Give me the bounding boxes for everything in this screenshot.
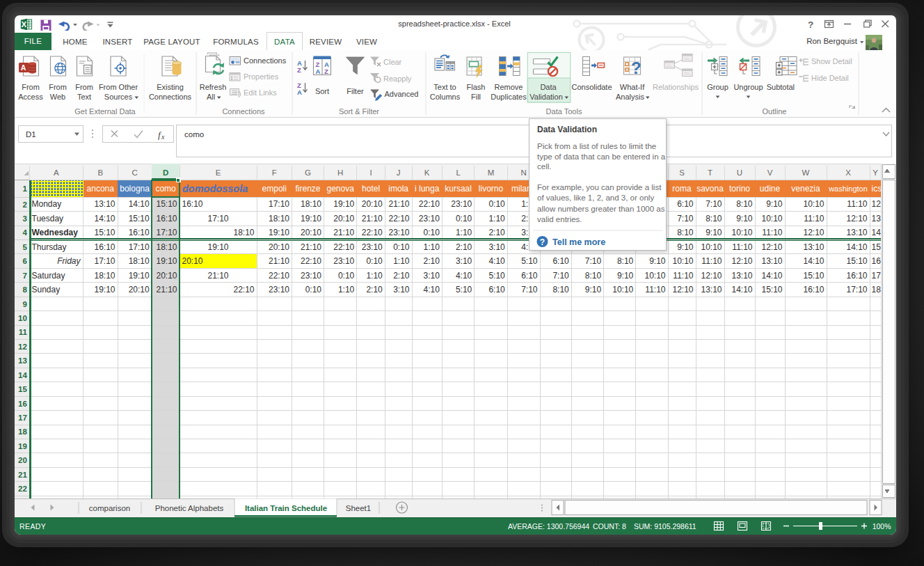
svg-text:13:10: 13:10 — [731, 271, 752, 281]
svg-text:genova: genova — [326, 184, 354, 194]
svg-text:21:10: 21:10 — [362, 214, 383, 223]
svg-text:15:10: 15:10 — [761, 285, 782, 294]
svg-text:20: 20 — [18, 456, 27, 464]
svg-text:5: 5 — [22, 243, 27, 251]
svg-text:5:10: 5:10 — [456, 285, 472, 294]
svg-text:5:10: 5:10 — [488, 271, 505, 281]
svg-text:9:10: 9:10 — [766, 199, 783, 209]
svg-text:Group: Group — [707, 83, 728, 91]
svg-text:4:10: 4:10 — [424, 285, 440, 294]
svg-text:?: ? — [631, 58, 642, 77]
svg-text:14:10: 14:10 — [846, 242, 867, 252]
svg-text:19:10: 19:10 — [333, 199, 354, 209]
svg-text:9:10: 9:10 — [706, 228, 722, 237]
svg-text:21:10: 21:10 — [388, 199, 409, 209]
svg-text:15:10: 15:10 — [846, 256, 867, 266]
svg-text:Duplicates: Duplicates — [491, 93, 527, 101]
svg-text:15: 15 — [18, 385, 27, 393]
svg-text:23:10: 23:10 — [333, 256, 354, 266]
svg-text:16:10: 16:10 — [129, 228, 150, 237]
svg-text:10:10: 10:10 — [701, 242, 722, 252]
svg-text:0:10: 0:10 — [366, 256, 383, 266]
svg-text:Edit Links: Edit Links — [244, 88, 277, 97]
svg-text:Tuesday: Tuesday — [32, 214, 64, 223]
svg-text:Phonetic Alphabets: Phonetic Alphabets — [155, 504, 224, 512]
svg-text:22:10: 22:10 — [388, 214, 409, 223]
svg-text:U: U — [737, 168, 742, 177]
svg-text:J: J — [397, 168, 401, 177]
svg-text:Text to: Text to — [433, 83, 456, 91]
svg-text:19:10: 19:10 — [129, 271, 150, 281]
svg-text:Properties: Properties — [244, 72, 279, 81]
svg-text:18: 18 — [18, 427, 27, 436]
svg-text:7:10: 7:10 — [706, 199, 722, 209]
svg-text:kursaal: kursaal — [445, 184, 472, 194]
svg-text:0:10: 0:10 — [456, 214, 472, 223]
svg-text:0:10: 0:10 — [393, 242, 410, 252]
svg-text:7: 7 — [22, 272, 26, 280]
svg-text:7:10: 7:10 — [552, 271, 569, 281]
svg-text:22:10: 22:10 — [419, 199, 440, 209]
svg-text:18:10: 18:10 — [269, 214, 289, 223]
svg-text:13:10: 13:10 — [701, 285, 722, 294]
svg-text:12:10: 12:10 — [761, 242, 782, 252]
svg-text:Relationships: Relationships — [653, 83, 699, 91]
svg-text:14: 14 — [18, 371, 27, 379]
svg-text:22: 22 — [18, 485, 27, 493]
svg-text:Saturday: Saturday — [32, 271, 65, 281]
svg-text:Flash: Flash — [467, 83, 486, 91]
svg-text:Outline: Outline — [763, 107, 787, 116]
svg-text:Clear: Clear — [383, 58, 402, 66]
svg-text:como: como — [184, 130, 204, 139]
svg-text:V: V — [767, 168, 773, 177]
svg-text:Access: Access — [18, 93, 43, 101]
svg-text:17: 17 — [18, 414, 27, 422]
svg-text:venezia: venezia — [791, 184, 820, 194]
svg-text:3: 3 — [22, 214, 26, 223]
svg-text:21:10: 21:10 — [269, 256, 289, 266]
svg-text:12:10: 12:10 — [731, 256, 752, 266]
svg-text:Ungroup: Ungroup — [733, 83, 763, 91]
svg-text:E: E — [216, 168, 221, 177]
svg-text:8:10: 8:10 — [617, 256, 634, 266]
svg-text:Sheet1: Sheet1 — [346, 504, 371, 512]
svg-text:A: A — [54, 168, 59, 177]
svg-text:x: x — [161, 133, 165, 141]
svg-text:22:10: 22:10 — [269, 271, 289, 281]
svg-text:Sort: Sort — [315, 87, 329, 95]
svg-text:0:10: 0:10 — [305, 285, 322, 294]
svg-text:12: 12 — [18, 343, 27, 351]
svg-text:14:10: 14:10 — [94, 214, 115, 223]
svg-text:100%: 100% — [873, 522, 891, 530]
svg-text:23:10: 23:10 — [269, 285, 289, 294]
svg-text:Sources: Sources — [104, 93, 133, 101]
svg-text:21: 21 — [18, 471, 27, 479]
svg-text:I: I — [369, 168, 372, 177]
svg-text:6:10: 6:10 — [521, 271, 538, 281]
svg-text:11: 11 — [19, 328, 28, 336]
svg-text:23:10: 23:10 — [301, 271, 321, 281]
svg-text:20:10: 20:10 — [156, 271, 177, 281]
svg-text:17:10: 17:10 — [156, 228, 177, 237]
svg-text:17:10: 17:10 — [207, 214, 228, 223]
svg-text:cell.: cell. — [537, 162, 551, 171]
svg-text:19:10: 19:10 — [207, 242, 228, 252]
svg-text:From: From — [75, 83, 93, 91]
svg-text:D1: D1 — [26, 130, 36, 139]
svg-text:16: 16 — [18, 400, 27, 408]
svg-text:11:10: 11:10 — [645, 285, 665, 294]
svg-text:15:10: 15:10 — [129, 214, 150, 223]
svg-text:3:10: 3:10 — [424, 271, 440, 281]
svg-text:18:10: 18:10 — [233, 228, 254, 237]
svg-text:Connections: Connections — [244, 56, 287, 65]
svg-text:W: W — [802, 168, 810, 177]
svg-text:Show Detail: Show Detail — [811, 57, 852, 65]
svg-text:Connections: Connections — [149, 93, 192, 101]
svg-text:2:10: 2:10 — [393, 271, 410, 281]
svg-text:9:10: 9:10 — [585, 285, 602, 294]
svg-text:1:10: 1:10 — [424, 242, 440, 252]
svg-text:18:10: 18:10 — [301, 199, 321, 209]
svg-text:Reapply: Reapply — [383, 74, 412, 83]
svg-text:19: 19 — [18, 442, 27, 450]
svg-text:COUNT: 8: COUNT: 8 — [593, 522, 626, 530]
